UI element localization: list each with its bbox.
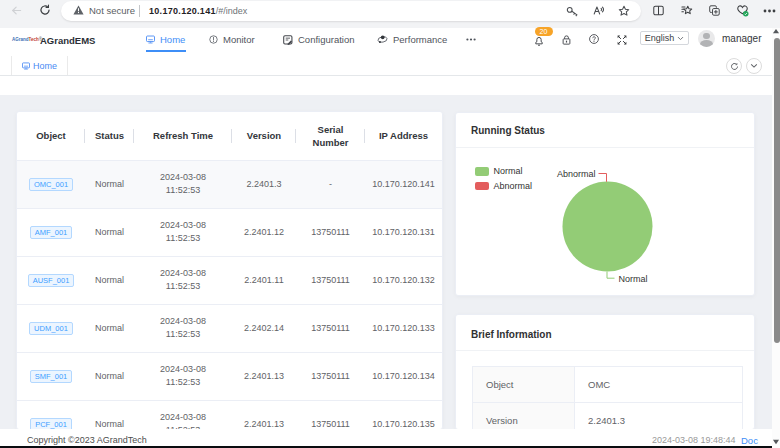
svg-text:Abnormal: Abnormal bbox=[557, 169, 596, 179]
svg-text:Normal: Normal bbox=[619, 274, 648, 284]
